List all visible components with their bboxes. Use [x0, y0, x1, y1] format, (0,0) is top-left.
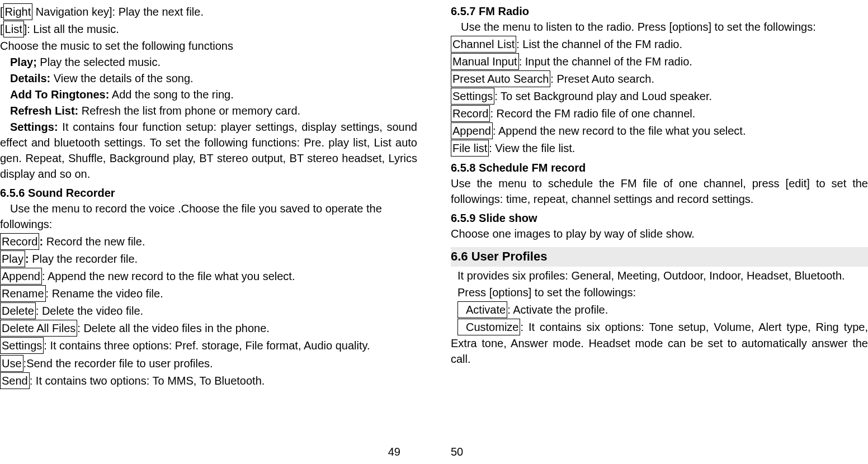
- line-use: Use:Send the recorder file to user profi…: [0, 355, 417, 372]
- line-play: Play; Play the selected music.: [0, 54, 417, 70]
- line-fm-record: Record: Record the FM radio file of one …: [451, 105, 868, 122]
- text-channel-list: : List the channel of the FM radio.: [516, 38, 682, 50]
- line-delete-all: Delete All Files: Delete all the video f…: [0, 320, 417, 337]
- text-delete: : Delete the video file.: [36, 305, 143, 317]
- para-66b: Press [options] to set the followings:: [451, 285, 868, 300]
- boxed-activate: Activate: [457, 301, 507, 318]
- page-left: [Right Navigation key]: Play the next fi…: [0, 0, 434, 464]
- line-choose-music: Choose the music to set the following fu…: [0, 38, 417, 54]
- para-659: Choose one images to play by way of slid…: [451, 226, 868, 242]
- boxed-channel-list: Channel List: [451, 36, 516, 53]
- line-activate: Activate: Activate the profile.: [451, 301, 868, 318]
- colon-play: :: [25, 253, 29, 265]
- line-manual-input: Manual Input: Input the channel of the F…: [451, 53, 868, 70]
- heading-659: 6.5.9 Slide show: [451, 210, 868, 226]
- text-right-nav: Navigation key]: Play the next file.: [32, 6, 204, 18]
- text-refresh-list: Refresh the list from phone or memory ca…: [78, 105, 300, 117]
- text-preset-auto: : Preset Auto search.: [550, 73, 654, 85]
- text-play-rec: Play the recorder file.: [29, 253, 138, 265]
- page-right: 6.5.7 FM Radio Use the menu to listen to…: [434, 0, 868, 464]
- line-details: Details: View the details of the song.: [0, 70, 417, 86]
- boxed-fm-record: Record: [451, 105, 490, 122]
- text-fm-append: : Append the new record to the file what…: [493, 125, 746, 137]
- text-play: Play the selected music.: [37, 56, 161, 68]
- line-rename: Rename: Rename the video file.: [0, 285, 417, 302]
- heading-656: 6.5.6 Sound Recorder: [0, 185, 417, 201]
- line-fm-settings: Settings: To set Background play and Lou…: [451, 88, 868, 105]
- para-settings: Settings: It contains four function setu…: [0, 119, 417, 182]
- page-number-left: 49: [388, 444, 400, 460]
- boxed-play: Play: [0, 250, 25, 267]
- boxed-list: List: [3, 21, 24, 37]
- line-delete: Delete: Delete the video file.: [0, 302, 417, 319]
- bold-details: Details:: [10, 72, 50, 84]
- text-list: ]: List all the music.: [24, 23, 119, 35]
- para-settings-rec: Settings: It contains three options: Pre…: [0, 337, 417, 354]
- boxed-settings: Settings: [0, 337, 44, 354]
- boxed-manual-input: Manual Input: [451, 53, 519, 70]
- line-record: Record: Record the new file.: [0, 233, 417, 250]
- text-activate: : Activate the profile.: [507, 304, 608, 316]
- bold-add-ringtones: Add To Ringtones:: [10, 88, 109, 101]
- boxed-send: Send: [0, 372, 30, 389]
- boxed-file-list: File list: [451, 140, 489, 157]
- text-append: : Append the new record to the file what…: [42, 270, 295, 282]
- bold-refresh-list: Refresh List:: [10, 105, 78, 117]
- para-658: Use the menu to schedule the FM file of …: [451, 176, 868, 207]
- text-record: Record the new file.: [43, 235, 145, 248]
- line-right-nav: [Right Navigation key]: Play the next fi…: [0, 3, 417, 20]
- boxed-record: Record: [0, 233, 39, 250]
- para-657: Use the menu to listen to the radio. Pre…: [451, 19, 868, 35]
- text-details: View the details of the song.: [50, 72, 193, 84]
- line-preset-auto: Preset Auto Search: Preset Auto search.: [451, 70, 868, 87]
- boxed-fm-settings: Settings: [451, 88, 494, 105]
- boxed-delete-all: Delete All Files: [0, 320, 77, 337]
- text-fm-settings: : To set Background play and Loud speake…: [494, 90, 712, 102]
- boxed-preset-auto: Preset Auto Search: [451, 70, 550, 87]
- line-play-rec: Play: Play the recorder file.: [0, 250, 417, 267]
- text-delete-all: : Delete all the video files in the phon…: [77, 322, 270, 334]
- para-customize: Customize: It contains six options: Tone…: [451, 319, 868, 367]
- bold-settings: Settings:: [10, 121, 58, 133]
- line-channel-list: Channel List: List the channel of the FM…: [451, 36, 868, 53]
- boxed-use: Use: [0, 355, 23, 372]
- text-file-list: : View the file list.: [489, 142, 575, 154]
- boxed-customize: Customize: [457, 319, 520, 335]
- text-send: : It contains two options: To MMS, To Bl…: [30, 375, 265, 387]
- para-656: Use the menu to record the voice .Choose…: [0, 201, 417, 232]
- boxed-delete: Delete: [0, 302, 36, 319]
- text-use: :Send the recorder file to user profiles…: [23, 357, 213, 370]
- boxed-fm-append: Append: [451, 122, 493, 139]
- boxed-append: Append: [0, 268, 42, 285]
- boxed-rename: Rename: [0, 285, 46, 302]
- text-settings-rec: : It contains three options: Pref. stora…: [44, 339, 370, 352]
- line-list: [List]: List all the music.: [0, 21, 417, 37]
- bold-play: Play;: [10, 56, 37, 68]
- text-add-ringtones: Add the song to the ring.: [109, 88, 233, 101]
- text-manual-input: : Input the channel of the FM radio.: [519, 55, 692, 68]
- text-settings: It contains four function setup: player …: [0, 121, 417, 180]
- line-fm-append: Append: Append the new record to the fil…: [451, 122, 868, 139]
- para-66a: It provides six profiles: General, Meeti…: [451, 268, 868, 283]
- page-number-right: 50: [451, 444, 463, 460]
- text-rename: : Rename the video file.: [46, 287, 163, 300]
- line-append: Append: Append the new record to the fil…: [0, 268, 417, 285]
- line-refresh-list: Refresh List: Refresh the list from phon…: [0, 103, 417, 119]
- boxed-right: Right: [3, 3, 33, 20]
- text-fm-record: : Record the FM radio file of one channe…: [490, 107, 695, 120]
- heading-657: 6.5.7 FM Radio: [451, 3, 868, 19]
- line-file-list: File list: View the file list.: [451, 140, 868, 157]
- heading-66: 6.6 User Profiles: [451, 247, 868, 267]
- heading-658: 6.5.8 Schedule FM record: [451, 160, 868, 176]
- line-add-ringtones: Add To Ringtones: Add the song to the ri…: [0, 87, 417, 102]
- line-send: Send: It contains two options: To MMS, T…: [0, 372, 417, 389]
